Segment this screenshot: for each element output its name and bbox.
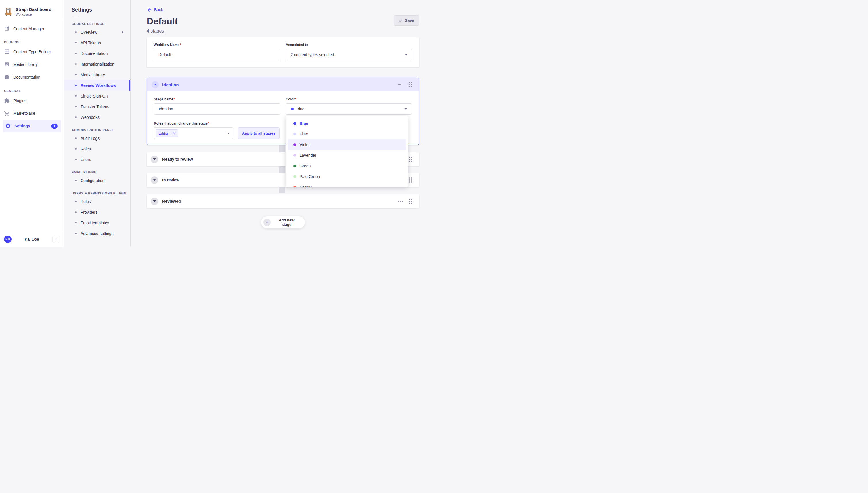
expand-stage-button[interactable] <box>151 176 158 184</box>
subnav-item-advanced-settings[interactable]: Advanced settings <box>64 228 130 239</box>
subnav-list: Overview API Tokens Documentation Intern… <box>64 27 130 123</box>
bullet-icon <box>75 233 77 234</box>
color-option-green[interactable]: Green <box>288 160 406 171</box>
subnav-title: Settings <box>64 7 130 13</box>
subnav-item-media-library[interactable]: Media Library <box>64 69 130 80</box>
bullet-icon <box>75 148 77 150</box>
chevron-down-icon <box>153 200 156 202</box>
sidebar-item-label: Content Manager <box>13 26 44 31</box>
sidebar-item-label: Content-Type Builder <box>13 49 51 54</box>
collapse-stage-button[interactable] <box>152 81 159 88</box>
back-link[interactable]: Back <box>147 7 163 13</box>
workflow-name-label: Workflow Name* <box>154 43 280 47</box>
subnav-item-roles[interactable]: Roles <box>64 144 130 154</box>
stage-body: Stage name* Ideation Color* Blue <box>147 91 419 145</box>
subnav-item-review-workflows[interactable]: Review Workflows <box>64 80 130 91</box>
bullet-icon <box>75 31 77 33</box>
sidebar-section-general: GENERAL <box>0 89 64 93</box>
drag-handle-icon[interactable] <box>409 199 412 204</box>
bullet-icon <box>75 106 77 107</box>
add-new-stage-button[interactable]: + Add new stage <box>261 216 305 228</box>
drag-handle-icon[interactable] <box>409 157 412 162</box>
main-sidebar: Strapi Dashboard Workplace Content Manag… <box>0 0 64 246</box>
stage-name-label: Stage name* <box>154 97 280 102</box>
subnav-list: Roles Providers Email templates Advanced… <box>64 196 130 239</box>
bullet-icon <box>75 42 77 43</box>
color-option-blue[interactable]: Blue <box>288 118 406 129</box>
subnav-section-users-permissions-plugin: USERS & PERMISSIONS PLUGIN <box>64 192 130 195</box>
subnav-item-configuration[interactable]: Configuration <box>64 175 130 186</box>
color-option-pale-green[interactable]: Pale Green <box>288 171 406 182</box>
color-option-cherry[interactable]: Cherry <box>288 182 406 187</box>
subnav-item-audit-logs[interactable]: Audit Logs <box>64 133 130 144</box>
subnav-item-email-templates[interactable]: Email templates <box>64 217 130 228</box>
sidebar-item-content-type-builder[interactable]: Content-Type Builder <box>0 45 64 58</box>
sidebar-item-plugins[interactable]: Plugins <box>0 94 64 107</box>
color-option-lilac[interactable]: Lilac <box>288 129 406 139</box>
remove-tag-icon[interactable]: ✕ <box>173 131 176 135</box>
bullet-icon <box>75 52 77 54</box>
subnav-item-overview[interactable]: Overview <box>64 27 130 37</box>
brand-title: Strapi Dashboard <box>16 7 51 12</box>
sidebar-item-content-manager[interactable]: Content Manager <box>0 23 64 35</box>
subnav-item-transfer-tokens[interactable]: Transfer Tokens <box>64 101 130 112</box>
more-options-icon[interactable] <box>398 84 403 85</box>
expand-stage-button[interactable] <box>151 198 158 205</box>
sidebar-item-label: Marketplace <box>13 111 35 115</box>
drag-handle-icon[interactable] <box>409 82 412 87</box>
puzzle-icon <box>4 98 10 104</box>
required-asterisk: * <box>173 97 175 101</box>
color-swatch <box>294 154 296 157</box>
subnav-item-webhooks[interactable]: Webhooks <box>64 112 130 123</box>
expand-stage-button[interactable] <box>151 156 158 163</box>
subnav-list: Configuration <box>64 175 130 186</box>
role-tag-editor: Editor ✕ <box>156 129 178 137</box>
subnav-section-email-plugin: EMAIL PLUGIN <box>64 171 130 174</box>
color-dropdown: Blue Lilac Violet Lavender Green Pale Gr… <box>286 116 408 187</box>
roles-multiselect[interactable]: Editor ✕ <box>154 127 233 139</box>
subnav-item-users[interactable]: Users <box>64 154 130 165</box>
associated-to-field: Associated to 2 content types selected <box>286 43 412 60</box>
stage-title: Ready to review <box>162 157 193 162</box>
drag-handle-icon[interactable] <box>409 177 412 183</box>
sidebar-item-label: Documentation <box>13 75 40 79</box>
subnav-list: Audit Logs Roles Users <box>64 133 130 165</box>
user-name: Kai Doe <box>12 237 52 242</box>
subnav-item-up-roles[interactable]: Roles <box>64 196 130 207</box>
subnav-item-single-sign-on[interactable]: Single Sign-On <box>64 91 130 101</box>
sidebar-section-plugins: PLUGINS <box>0 40 64 44</box>
sidebar-item-documentation[interactable]: Documentation <box>0 71 64 83</box>
color-option-violet[interactable]: Violet <box>288 139 406 150</box>
apply-to-all-stages-button[interactable]: Apply to all stages <box>238 127 280 139</box>
notification-dot-icon <box>122 31 123 33</box>
color-label: Color* <box>286 97 412 102</box>
subnav-item-providers[interactable]: Providers <box>64 207 130 217</box>
avatar[interactable]: KD <box>4 236 12 243</box>
save-button[interactable]: Save <box>394 15 419 26</box>
sidebar-footer: KD Kai Doe ‹ <box>0 232 64 246</box>
brand-subtitle: Workplace <box>16 12 51 17</box>
required-asterisk: * <box>208 121 209 125</box>
subnav-item-internationalization[interactable]: Internationalization <box>64 59 130 69</box>
associated-to-select[interactable]: 2 content types selected <box>286 49 412 60</box>
sidebar-item-marketplace[interactable]: Marketplace <box>0 107 64 120</box>
sidebar-item-media-library[interactable]: Media Library <box>0 58 64 71</box>
color-select[interactable]: Blue <box>286 103 412 115</box>
subnav-item-documentation[interactable]: Documentation <box>64 48 130 59</box>
page-title: Default <box>147 16 419 27</box>
gear-icon <box>5 123 11 129</box>
color-swatch <box>294 165 296 167</box>
workflow-name-input[interactable]: Default <box>154 49 280 60</box>
bullet-icon <box>75 211 77 213</box>
stage-title: Ideation <box>162 82 179 87</box>
subnav-item-api-tokens[interactable]: API Tokens <box>64 37 130 48</box>
chevron-left-icon[interactable]: ‹ <box>52 236 60 243</box>
color-option-lavender[interactable]: Lavender <box>288 150 406 160</box>
stage-name-input[interactable]: Ideation <box>154 103 280 115</box>
more-options-icon[interactable] <box>398 201 403 202</box>
sidebar-item-settings[interactable]: Settings 1 <box>3 120 61 132</box>
settings-subnav: Settings GLOBAL SETTINGS Overview API To… <box>64 0 131 246</box>
bullet-icon <box>75 74 77 76</box>
brand-text: Strapi Dashboard Workplace <box>16 7 51 17</box>
color-swatch <box>294 186 296 187</box>
